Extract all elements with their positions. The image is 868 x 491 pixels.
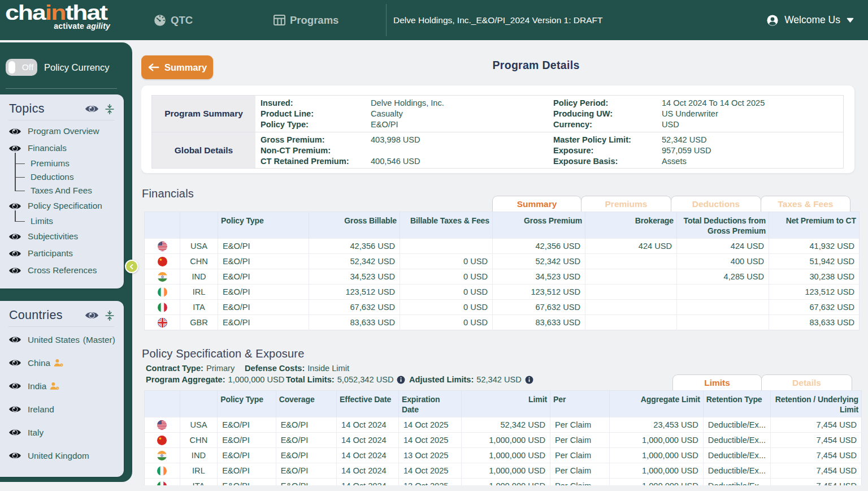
table-row[interactable]: CHNE&O/PIE&O/PI14 Oct 202414 Oct 20251,0… bbox=[145, 433, 862, 448]
nav-qtc[interactable]: QTC bbox=[154, 0, 193, 40]
sidebar-topic-item[interactable]: Program Overview bbox=[0, 123, 124, 140]
tab-limits[interactable]: Limits bbox=[672, 374, 762, 390]
table-header-row: Policy TypeGross BillableBillable Taxes … bbox=[145, 212, 860, 239]
sidebar-topic-item[interactable]: Subjectivities bbox=[0, 228, 124, 245]
column-header[interactable] bbox=[180, 391, 218, 417]
tab-premiums[interactable]: Premiums bbox=[581, 196, 671, 212]
country-label[interactable]: Ireland bbox=[28, 404, 54, 415]
eye-icon[interactable] bbox=[8, 428, 21, 437]
topic-sub-label[interactable]: Taxes And Fees bbox=[31, 186, 92, 196]
column-header[interactable] bbox=[145, 212, 180, 239]
column-header[interactable]: Aggregate Limit bbox=[609, 391, 703, 417]
sidebar-topic-subitem[interactable]: Premiums bbox=[15, 157, 124, 170]
table-row[interactable]: USAE&O/PI42,356 USD42,356 USD424 USD424 … bbox=[145, 239, 860, 254]
eye-icon[interactable] bbox=[8, 405, 21, 414]
eye-icon[interactable] bbox=[8, 232, 21, 241]
sidebar-country-item[interactable]: India bbox=[0, 374, 124, 398]
summary-back-button[interactable]: Summary bbox=[141, 55, 213, 79]
topic-label[interactable]: Policy Specification bbox=[28, 201, 102, 211]
sidebar-topic-subitem[interactable]: Deductions bbox=[15, 170, 124, 184]
topic-label[interactable]: Cross References bbox=[28, 265, 97, 275]
column-header[interactable]: Gross Premium bbox=[493, 212, 585, 239]
tab-details[interactable]: Details bbox=[761, 374, 852, 390]
eye-icon[interactable] bbox=[8, 249, 21, 258]
topic-label[interactable]: Participants bbox=[28, 248, 73, 259]
column-header[interactable]: Effective Date bbox=[337, 391, 399, 417]
table-row[interactable]: INDE&O/PI34,523 USD0 USD34,523 USD4,285 … bbox=[145, 269, 860, 285]
table-row[interactable]: GBRE&O/PI83,633 USD0 USD83,633 USD83,633… bbox=[145, 315, 860, 330]
sidebar-topic-subitem[interactable]: Limits bbox=[15, 214, 124, 228]
tab-taxes-and-fees[interactable]: Taxes & Fees bbox=[761, 196, 850, 212]
column-header[interactable]: Net Premium to CT bbox=[769, 212, 860, 239]
nav-programs[interactable]: Programs bbox=[274, 0, 338, 40]
eye-icon[interactable] bbox=[8, 335, 21, 344]
column-header[interactable]: Limit bbox=[461, 391, 550, 417]
user-menu[interactable]: Welcome Us bbox=[767, 0, 854, 40]
sidebar-topic-item[interactable]: Policy Specification bbox=[0, 197, 124, 214]
table-row[interactable]: USAE&O/PIE&O/PI14 Oct 202414 Oct 202552,… bbox=[145, 417, 862, 433]
country-label[interactable]: United States bbox=[28, 335, 80, 345]
column-header[interactable]: Brokerage bbox=[585, 212, 677, 239]
topic-sub-label[interactable]: Deductions bbox=[31, 172, 74, 182]
table-row[interactable]: ITAE&O/PIE&O/PI14 Oct 202413 Oct 20251,0… bbox=[145, 479, 862, 486]
column-header[interactable] bbox=[145, 391, 180, 417]
collapse-all-icon[interactable] bbox=[105, 311, 114, 321]
table-row[interactable]: CHNE&O/PI52,342 USD0 USD52,342 USD400 US… bbox=[145, 254, 860, 269]
toggle-all-visibility-icon[interactable] bbox=[85, 104, 99, 114]
country-label[interactable]: United Kingdom bbox=[28, 451, 89, 461]
sidebar-country-item[interactable]: Italy bbox=[0, 421, 124, 444]
column-header[interactable]: Policy Type bbox=[218, 391, 276, 417]
info-icon[interactable] bbox=[397, 376, 405, 384]
column-header[interactable]: Total Deductions from Gross Premium bbox=[677, 212, 769, 239]
column-header[interactable]: Gross Billable bbox=[309, 212, 400, 239]
sidebar-topic-subitem[interactable]: Taxes And Fees bbox=[15, 184, 124, 197]
topic-label[interactable]: Program Overview bbox=[28, 126, 99, 136]
column-header[interactable]: Billable Taxes & Fees bbox=[400, 212, 493, 239]
policy-currency-toggle[interactable]: Off bbox=[6, 59, 37, 76]
table-row[interactable]: INDE&O/PIE&O/PI14 Oct 202413 Oct 20251,0… bbox=[145, 448, 862, 463]
nav-qtc-label[interactable]: QTC bbox=[171, 14, 193, 27]
table-row[interactable]: IRLE&O/PIE&O/PI14 Oct 202414 Oct 20251,0… bbox=[145, 463, 862, 479]
topic-label[interactable]: Financials bbox=[28, 143, 67, 153]
eye-icon[interactable] bbox=[8, 144, 21, 153]
table-cell: Deductible/Ex... bbox=[703, 479, 770, 486]
sidebar-topic-item[interactable]: Participants bbox=[0, 245, 124, 262]
column-header[interactable]: Coverage bbox=[276, 391, 336, 417]
tab-summary[interactable]: Summary bbox=[492, 196, 581, 212]
topic-sub-label[interactable]: Limits bbox=[31, 216, 53, 226]
tab-deductions[interactable]: Deductions bbox=[671, 196, 761, 212]
toggle-all-visibility-icon[interactable] bbox=[85, 311, 99, 320]
column-header[interactable]: Retention / Underlying Limit bbox=[771, 391, 862, 417]
table-row[interactable]: ITAE&O/PI67,632 USD0 USD67,632 USD67,632… bbox=[145, 300, 860, 315]
chainthat-logo[interactable]: chainthat activate agility bbox=[5, 2, 110, 31]
eye-icon[interactable] bbox=[8, 202, 21, 210]
table-row[interactable]: IRLE&O/PI123,512 USD0 USD123,512 USD123,… bbox=[145, 285, 860, 300]
eye-icon[interactable] bbox=[8, 382, 21, 390]
sidebar-country-item[interactable]: United Kingdom bbox=[0, 444, 124, 467]
info-icon[interactable] bbox=[525, 376, 533, 384]
eye-icon[interactable] bbox=[8, 266, 21, 275]
eye-icon[interactable] bbox=[8, 359, 21, 367]
topics-title: Topics bbox=[9, 102, 45, 116]
column-header[interactable]: Policy Type bbox=[218, 212, 309, 239]
column-header[interactable]: Retention Type bbox=[703, 391, 770, 417]
topic-label[interactable]: Subjectivities bbox=[28, 231, 78, 242]
sidebar-country-item[interactable]: China bbox=[0, 351, 124, 374]
column-header[interactable]: Per bbox=[550, 391, 610, 417]
eye-icon[interactable] bbox=[8, 127, 21, 136]
sidebar-country-item[interactable]: Ireland bbox=[0, 398, 124, 421]
column-header[interactable]: Expiration Date bbox=[398, 391, 461, 417]
sidebar-collapse-button[interactable] bbox=[125, 260, 138, 273]
country-label[interactable]: Italy bbox=[28, 428, 44, 438]
topic-sub-label[interactable]: Premiums bbox=[31, 158, 70, 169]
nav-programs-label[interactable]: Programs bbox=[290, 14, 338, 27]
user-menu-label[interactable]: Welcome Us bbox=[784, 14, 840, 26]
sidebar-country-item[interactable]: United States(Master) bbox=[0, 328, 124, 351]
column-header[interactable] bbox=[180, 212, 218, 239]
sidebar-topic-item[interactable]: Financials bbox=[0, 140, 124, 157]
country-label[interactable]: China bbox=[28, 358, 50, 368]
collapse-all-icon[interactable] bbox=[105, 104, 114, 114]
eye-icon[interactable] bbox=[8, 451, 21, 460]
country-label[interactable]: India bbox=[28, 381, 46, 391]
sidebar-topic-item[interactable]: Cross References bbox=[0, 262, 124, 279]
